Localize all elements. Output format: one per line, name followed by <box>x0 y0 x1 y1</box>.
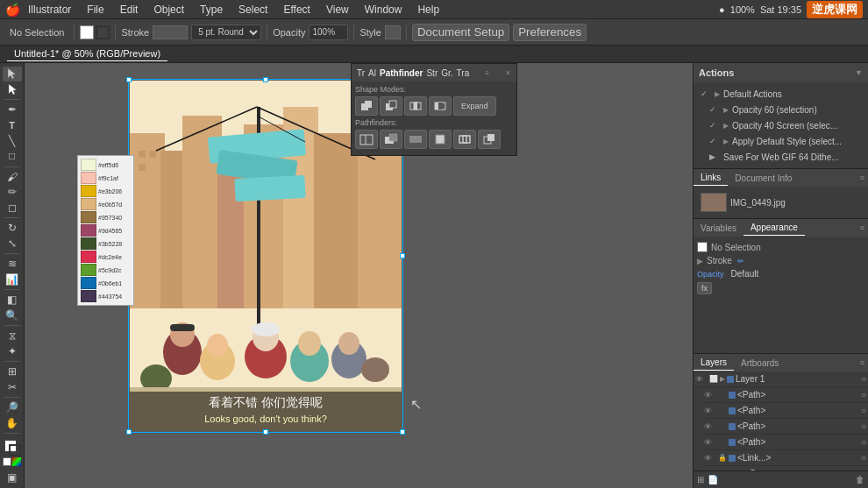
layer-row-path-2[interactable]: 👁 <Path> ○ <box>702 403 868 419</box>
shape-tool[interactable]: □ <box>3 149 22 164</box>
canvas-area[interactable]: #eff5d6 #f9c1af #e3b206 #e0b57d #957340 … <box>25 63 693 488</box>
pen-tool[interactable]: ✒ <box>3 103 22 117</box>
crop-btn[interactable] <box>429 130 452 149</box>
palette-swatch-4[interactable] <box>81 198 96 210</box>
document-tab[interactable]: Untitled-1* @ 50% (RGB/Preview) <box>7 46 167 61</box>
layer-eye-lk[interactable]: 👁 <box>704 454 716 463</box>
action-row-4[interactable]: ▶ Save For Web GIF 64 Dithe... <box>706 149 864 165</box>
minus-front-btn[interactable] <box>380 96 402 116</box>
default-actions-row[interactable]: ✓ ▶ Default Actions <box>697 86 864 102</box>
menu-help[interactable]: Help <box>410 2 446 18</box>
pf-tab-pathfinder[interactable]: Pathfinder <box>380 68 423 78</box>
pencil-tool[interactable]: ✏ <box>3 185 22 200</box>
actions-panel-header[interactable]: Actions ▼ <box>694 63 868 82</box>
gradient-tool[interactable]: ◧ <box>3 293 22 308</box>
outline-btn[interactable] <box>453 130 476 149</box>
divide-btn[interactable] <box>355 130 378 149</box>
make-sublayer-btn[interactable]: ⊞ <box>697 475 704 484</box>
style-swatch[interactable] <box>385 25 401 39</box>
menu-object[interactable]: Object <box>146 2 191 18</box>
line-tool[interactable]: ╲ <box>3 133 22 148</box>
slice-tool[interactable]: ✂ <box>3 380 22 395</box>
layers-collapse[interactable]: ≡ <box>857 358 868 367</box>
layer-row-path-3[interactable]: 👁 <Path> ○ <box>702 419 868 435</box>
symbol-tool[interactable]: ✦ <box>3 344 22 359</box>
menu-view[interactable]: View <box>319 2 356 18</box>
blend-tool[interactable]: ⧖ <box>3 329 22 343</box>
layer-row-path-1[interactable]: 👁 <Path> ○ <box>702 387 868 403</box>
graph-tool[interactable]: 📊 <box>3 272 22 287</box>
layer-eye-p4[interactable]: 👁 <box>704 438 716 447</box>
delete-layer-btn[interactable]: 🗑 <box>856 475 864 484</box>
expand-button[interactable]: Expand <box>453 96 496 116</box>
layer-eye-1[interactable]: 👁 <box>695 375 708 384</box>
minus-back-btn[interactable] <box>478 130 501 149</box>
layer-eye-p3[interactable]: 👁 <box>704 422 716 431</box>
links-tab[interactable]: Links <box>694 170 728 186</box>
none-color[interactable] <box>3 457 11 466</box>
palette-swatch-7[interactable] <box>81 237 96 250</box>
screen-mode-tool[interactable]: ▣ <box>3 470 22 485</box>
artboards-tab-btn[interactable]: Artboards <box>734 356 786 371</box>
pf-collapse-btn[interactable]: ≡ <box>485 69 489 77</box>
stroke-appearance-row[interactable]: ▶ Stroke ✏ <box>697 254 864 267</box>
palette-swatch-6[interactable] <box>81 224 96 237</box>
layer-target-lk[interactable]: ○ <box>861 453 866 463</box>
layer-target-1[interactable]: ○ <box>861 374 866 384</box>
palette-swatch-9[interactable] <box>81 264 96 276</box>
layer-expand-1[interactable]: ▶ <box>720 375 725 383</box>
palette-swatch-5[interactable] <box>81 211 96 223</box>
fill-swatch[interactable] <box>80 25 94 39</box>
pf-tab-al[interactable]: Al <box>368 68 376 78</box>
zoom-tool[interactable]: 🔎 <box>3 400 22 415</box>
links-collapse[interactable]: ≡ <box>857 173 868 182</box>
variables-tab[interactable]: Variables <box>694 221 743 236</box>
palette-swatch-3[interactable] <box>81 185 96 197</box>
pf-tab-gr[interactable]: Gr. <box>441 68 452 78</box>
layer-lock-1[interactable]: ⬜ <box>709 375 718 383</box>
hand-tool[interactable]: ✋ <box>3 416 22 431</box>
opacity-input[interactable] <box>309 25 348 40</box>
palette-swatch-10[interactable] <box>81 277 96 289</box>
stroke-pencil-icon[interactable]: ✏ <box>737 257 744 265</box>
eraser-tool[interactable]: ◻ <box>3 201 22 216</box>
action-row-1[interactable]: ✓ ▶ Opacity 60 (selection) <box>706 102 864 117</box>
rotate-tool[interactable]: ↻ <box>3 221 22 236</box>
artboard-tool[interactable]: ⊞ <box>3 364 22 379</box>
warp-tool[interactable]: ≋ <box>3 257 22 272</box>
layer-row-main[interactable]: 👁 ⬜ ▶ Layer 1 ○ <box>694 371 868 387</box>
layer-eye-p2[interactable]: 👁 <box>704 407 716 415</box>
exclude-btn[interactable] <box>429 96 452 116</box>
paintbrush-tool[interactable]: 🖌 <box>3 169 22 184</box>
menu-window[interactable]: Window <box>358 2 409 18</box>
menu-edit[interactable]: Edit <box>113 2 146 18</box>
scale-tool[interactable]: ⤡ <box>3 237 22 251</box>
intersect-btn[interactable] <box>404 96 427 116</box>
layer-target-p2[interactable]: ○ <box>861 406 866 415</box>
pf-tab-str[interactable]: Str <box>426 68 438 78</box>
pf-close-btn[interactable]: ✕ <box>505 69 511 77</box>
menu-illustrator[interactable]: Illustrator <box>21 2 78 18</box>
stroke-color[interactable] <box>9 444 21 456</box>
linked-file-row[interactable]: IMG_0449.jpg <box>697 190 864 215</box>
appearance-tab[interactable]: Appearance <box>743 220 805 236</box>
stroke-swatch[interactable] <box>96 25 110 39</box>
type-tool[interactable]: T <box>3 118 22 133</box>
apple-menu[interactable]: 🍎 <box>5 3 19 17</box>
selection-tool[interactable] <box>3 67 22 81</box>
layer-eye-p1[interactable]: 👁 <box>704 391 716 400</box>
palette-swatch-8[interactable] <box>81 251 96 263</box>
document-setup-button[interactable]: Document Setup <box>412 24 509 41</box>
actions-collapse-icon[interactable]: ▼ <box>855 68 863 77</box>
trim-btn[interactable] <box>380 130 402 149</box>
menu-effect[interactable]: Effect <box>276 2 317 18</box>
new-layer-btn[interactable]: 📄 <box>708 475 718 484</box>
palette-swatch-11[interactable] <box>81 290 96 302</box>
menu-select[interactable]: Select <box>231 2 274 18</box>
layer-row-link[interactable]: 👁 🔒 <Link...> ○ <box>702 450 868 466</box>
action-row-3[interactable]: ✓ ▶ Apply Default Style (select... <box>706 133 864 149</box>
palette-swatch-1[interactable] <box>81 159 96 171</box>
action-row-2[interactable]: ✓ ▶ Opacity 40 Screen (selec... <box>706 117 864 133</box>
layers-tab-btn[interactable]: Layers <box>694 355 734 371</box>
pf-tab-tr[interactable]: Tr <box>357 68 365 78</box>
